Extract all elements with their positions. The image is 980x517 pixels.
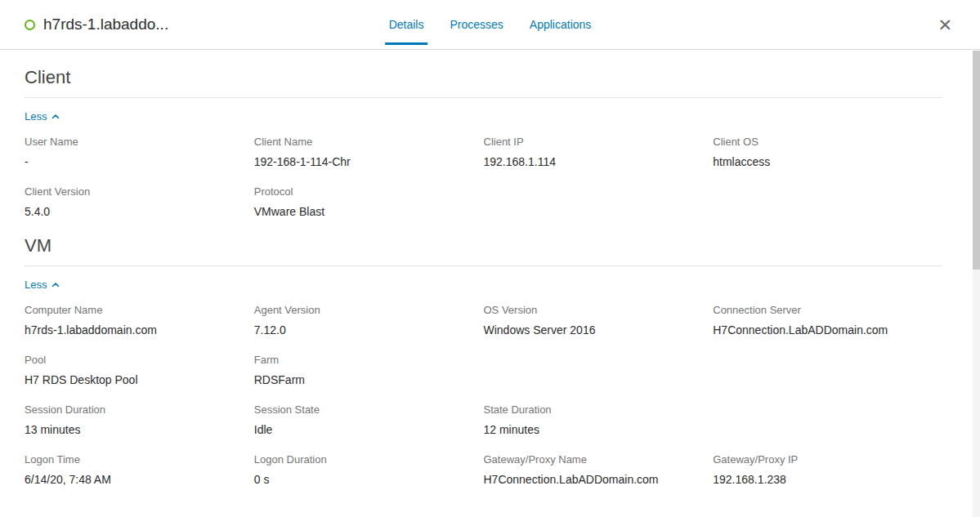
field-row: Client Version5.4.0ProtocolVMware Blast (25, 185, 942, 218)
page-title: h7rds-1.labaddo... (43, 16, 168, 33)
field-client-os: Client OShtmlaccess (713, 136, 942, 168)
field-value: 7.12.0 (254, 323, 484, 336)
field-state-duration: State Duration12 minutes (484, 403, 714, 436)
field-label: Client IP (484, 136, 714, 148)
field-session-duration: Session Duration13 minutes (25, 403, 254, 436)
tab-bar: DetailsProcessesApplications (376, 0, 605, 49)
field-os-version: OS VersionWindows Server 2016 (484, 304, 714, 336)
field-row: User Name-Client Name192-168-1-114-ChrCl… (25, 136, 942, 168)
field-user-name: User Name- (25, 136, 254, 168)
field-label: User Name (25, 136, 254, 148)
field-protocol: ProtocolVMware Blast (254, 185, 484, 218)
field-pool: PoolH7 RDS Desktop Pool (25, 354, 254, 386)
field-connection-server: Connection ServerH7Connection.LabADDomai… (713, 304, 942, 336)
field-value: VMware Blast (254, 205, 484, 218)
header: h7rds-1.labaddo... DetailsProcessesAppli… (0, 0, 980, 50)
field-gateway-proxy-ip: Gateway/Proxy IP192.168.1.238 (713, 453, 942, 486)
field-value: 192.168.1.114 (484, 155, 714, 168)
field-label: Computer Name (25, 304, 254, 316)
section-vm: VMLessComputer Nameh7rds-1.labaddomain.c… (25, 235, 942, 486)
chevron-up-icon (51, 281, 60, 288)
field-value: 0 s (254, 473, 484, 486)
less-label: Less (25, 279, 47, 291)
field-row: Logon Time6/14/20, 7:48 AMLogon Duration… (25, 453, 942, 486)
field-value: H7Connection.LabADDomain.com (484, 473, 714, 486)
field-value: Windows Server 2016 (484, 323, 714, 336)
field-label: Farm (254, 354, 484, 366)
field-value: Idle (254, 423, 484, 436)
field-value: 13 minutes (25, 423, 254, 436)
session-title-group: h7rds-1.labaddo... (0, 16, 168, 33)
field-label: Protocol (254, 185, 484, 198)
scrollbar-thumb[interactable] (973, 51, 980, 270)
field-label: Session Duration (25, 403, 254, 416)
field-value: h7rds-1.labaddomain.com (25, 323, 254, 336)
tab-applications[interactable]: Applications (517, 0, 605, 49)
field-value: 192.168.1.238 (713, 473, 942, 486)
field-value: 6/14/20, 7:48 AM (25, 473, 254, 486)
field-label: Session State (254, 403, 484, 416)
field-label: Client OS (713, 136, 942, 148)
tab-processes[interactable]: Processes (436, 0, 516, 49)
field-label: Agent Version (254, 304, 484, 316)
field-row: PoolH7 RDS Desktop PoolFarmRDSFarm (25, 354, 942, 386)
less-toggle[interactable]: Less (25, 110, 60, 123)
session-details-panel: h7rds-1.labaddo... DetailsProcessesAppli… (0, 0, 980, 503)
field-label: Logon Time (25, 453, 254, 466)
field-agent-version: Agent Version7.12.0 (254, 304, 484, 336)
field-value: H7 RDS Desktop Pool (25, 373, 254, 386)
field-row: Session Duration13 minutesSession StateI… (25, 403, 942, 436)
tab-details[interactable]: Details (376, 0, 437, 49)
field-farm: FarmRDSFarm (254, 354, 484, 386)
close-icon[interactable]: ✕ (937, 16, 952, 33)
field-label: State Duration (484, 403, 714, 416)
field-logon-duration: Logon Duration0 s (254, 453, 484, 486)
field-value: H7Connection.LabADDomain.com (713, 323, 942, 336)
field-client-ip: Client IP192.168.1.114 (484, 136, 714, 168)
field-label: Pool (25, 354, 254, 366)
field-value: RDSFarm (254, 373, 484, 386)
chevron-up-icon (51, 113, 60, 120)
field-client-name: Client Name192-168-1-114-Chr (254, 136, 484, 168)
section-client: ClientLessUser Name-Client Name192-168-1… (25, 67, 942, 218)
field-label: OS Version (484, 304, 714, 316)
field-value: 12 minutes (484, 423, 714, 436)
field-label: Gateway/Proxy Name (484, 453, 714, 466)
field-label: Client Name (254, 136, 484, 148)
field-value: htmlaccess (713, 155, 942, 168)
session-status-icon (25, 20, 35, 30)
field-client-version: Client Version5.4.0 (25, 185, 254, 218)
scrollbar[interactable] (973, 51, 980, 517)
less-toggle[interactable]: Less (25, 279, 60, 291)
section-divider (25, 265, 942, 266)
field-gateway-proxy-name: Gateway/Proxy NameH7Connection.LabADDoma… (484, 453, 714, 486)
details-content: ClientLessUser Name-Client Name192-168-1… (0, 50, 980, 503)
field-label: Logon Duration (254, 453, 484, 466)
field-label: Gateway/Proxy IP (713, 453, 942, 466)
section-title: Client (25, 67, 942, 88)
field-computer-name: Computer Nameh7rds-1.labaddomain.com (25, 304, 254, 336)
field-label: Connection Server (713, 304, 942, 316)
less-label: Less (25, 110, 47, 123)
field-label: Client Version (25, 185, 254, 198)
field-logon-time: Logon Time6/14/20, 7:48 AM (25, 453, 254, 486)
field-value: 192-168-1-114-Chr (254, 155, 484, 168)
field-row: Computer Nameh7rds-1.labaddomain.comAgen… (25, 304, 942, 336)
section-divider (25, 97, 942, 98)
section-title: VM (25, 235, 942, 256)
field-session-state: Session StateIdle (254, 403, 484, 436)
field-value: - (25, 155, 254, 168)
field-value: 5.4.0 (25, 205, 254, 218)
